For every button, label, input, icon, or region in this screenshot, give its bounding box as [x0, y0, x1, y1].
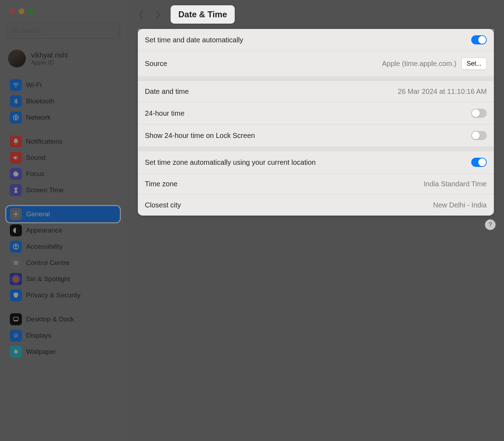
sidebar-item-label: Accessibility: [26, 243, 62, 250]
value-tz: India Standard Time: [424, 180, 487, 188]
general-icon: [10, 208, 22, 220]
sidebar-item-label: Bluetooth: [26, 97, 54, 105]
label-date-time: Date and time: [145, 87, 398, 96]
row-tz: Time zone India Standard Time: [138, 173, 494, 194]
network-icon: [10, 111, 22, 123]
svg-point-10: [17, 263, 18, 265]
svg-point-0: [12, 28, 16, 32]
search-field[interactable]: [6, 23, 120, 39]
sidebar: vikhyat rishi Apple ID Wi-FiBluetoothNet…: [0, 0, 126, 441]
accessibility-icon: [10, 241, 22, 253]
value-city: New Delhi - India: [433, 201, 487, 209]
sidebar-list: Wi-FiBluetoothNetwork NotificationsSound…: [0, 77, 126, 368]
sidebar-item-label: Network: [26, 114, 51, 121]
label-city: Closest city: [145, 201, 433, 209]
sidebar-item-label: Privacy & Security: [26, 291, 80, 299]
wifi-icon: [10, 79, 22, 91]
sidebar-item-wi-fi[interactable]: Wi-Fi: [6, 77, 120, 93]
toggle-auto-tz[interactable]: [471, 158, 487, 167]
sidebar-item-label: Displays: [26, 332, 51, 339]
toggle-auto-time[interactable]: [471, 35, 487, 44]
set-source-button[interactable]: Set...: [461, 58, 487, 70]
sound-icon: [10, 152, 22, 164]
label-tz: Time zone: [145, 180, 424, 188]
sidebar-item-general[interactable]: General: [6, 206, 120, 222]
sidebar-item-label: General: [26, 210, 50, 218]
row-24hour: 24-hour time: [138, 102, 494, 124]
bluetooth-icon: [10, 95, 22, 107]
sidebar-item-label: Focus: [26, 170, 44, 178]
toggle-24hour[interactable]: [471, 109, 487, 118]
label-auto-tz: Set time zone automatically using your c…: [145, 158, 471, 167]
control-centre-icon: [10, 257, 22, 269]
value-date-time: 26 Mar 2024 at 11:10:16 AM: [398, 87, 487, 96]
sidebar-item-label: Notifications: [26, 138, 63, 145]
svg-rect-13: [14, 321, 18, 321]
apple-id-row[interactable]: vikhyat rishi Apple ID: [0, 47, 126, 77]
avatar: [8, 49, 26, 68]
sidebar-item-bluetooth[interactable]: Bluetooth: [6, 93, 120, 109]
svg-point-11: [13, 277, 18, 281]
main-content: Date & Time Set time and date automatica…: [126, 0, 504, 441]
sidebar-item-control-centre[interactable]: Control Centre: [6, 255, 120, 271]
row-date-time: Date and time 26 Mar 2024 at 11:10:16 AM: [138, 76, 494, 102]
window-controls: [0, 0, 126, 23]
privacy-icon: [10, 289, 22, 301]
help-button[interactable]: ?: [485, 219, 496, 230]
svg-point-9: [14, 261, 16, 262]
svg-point-6: [16, 245, 17, 246]
sidebar-item-sound[interactable]: Sound: [6, 150, 120, 166]
sidebar-item-privacy-security[interactable]: Privacy & Security: [6, 287, 120, 303]
sidebar-item-screen-time[interactable]: Screen Time: [6, 182, 120, 198]
row-source: Source Apple (time.apple.com.) Set...: [138, 51, 494, 76]
label-24hour-lock: Show 24-hour time on Lock Screen: [145, 132, 471, 140]
user-sub: Apple ID: [31, 59, 68, 66]
sidebar-item-label: Siri & Spotlight: [26, 275, 70, 283]
sidebar-item-label: Appearance: [26, 226, 62, 234]
sidebar-item-label: Desktop & Dock: [26, 315, 74, 323]
desktop-icon: [10, 313, 22, 325]
svg-line-1: [16, 31, 17, 33]
sidebar-item-label: Wi-Fi: [26, 81, 42, 89]
label-source: Source: [145, 60, 382, 68]
sidebar-item-network[interactable]: Network: [6, 109, 120, 126]
wallpaper-icon: [10, 346, 22, 358]
sidebar-item-label: Sound: [26, 154, 45, 162]
label-auto-time: Set time and date automatically: [145, 36, 471, 44]
toggle-24hour-lock[interactable]: [471, 131, 487, 140]
search-icon: [12, 27, 18, 34]
svg-point-14: [15, 334, 17, 337]
svg-rect-12: [13, 317, 18, 320]
fullscreen-window-button[interactable]: [28, 8, 34, 14]
settings-panel: Set time and date automatically Source A…: [138, 29, 494, 216]
search-input[interactable]: [21, 27, 115, 35]
sidebar-item-accessibility[interactable]: Accessibility: [6, 238, 120, 255]
user-name: vikhyat rishi: [31, 51, 68, 59]
sidebar-item-displays[interactable]: Displays: [6, 327, 120, 344]
appearance-icon: [10, 224, 22, 236]
sidebar-item-label: Screen Time: [26, 186, 64, 194]
sidebar-item-desktop-dock[interactable]: Desktop & Dock: [6, 311, 120, 327]
sidebar-item-wallpaper[interactable]: Wallpaper: [6, 344, 120, 360]
sidebar-item-focus[interactable]: Focus: [6, 166, 120, 182]
minimize-window-button[interactable]: [19, 8, 24, 14]
page-title: Date & Time: [171, 5, 235, 24]
screentime-icon: [10, 184, 22, 196]
back-button[interactable]: [134, 7, 148, 22]
sidebar-item-siri-spotlight[interactable]: Siri & Spotlight: [6, 271, 120, 287]
row-24hour-lock: Show 24-hour time on Lock Screen: [138, 124, 494, 146]
row-city: Closest city New Delhi - India: [138, 194, 494, 216]
notifications-icon: [10, 135, 22, 147]
row-auto-tz: Set time zone automatically using your c…: [138, 146, 494, 173]
sidebar-item-label: Control Centre: [26, 259, 70, 267]
value-source: Apple (time.apple.com.): [382, 60, 456, 68]
sidebar-item-label: Wallpaper: [26, 348, 56, 356]
sidebar-item-appearance[interactable]: Appearance: [6, 222, 120, 238]
svg-point-3: [15, 213, 17, 215]
siri-icon: [10, 273, 22, 285]
sidebar-item-notifications[interactable]: Notifications: [6, 133, 120, 150]
close-window-button[interactable]: [9, 8, 15, 14]
focus-icon: [10, 168, 22, 180]
forward-button[interactable]: [151, 7, 165, 22]
label-24hour: 24-hour time: [145, 109, 471, 117]
